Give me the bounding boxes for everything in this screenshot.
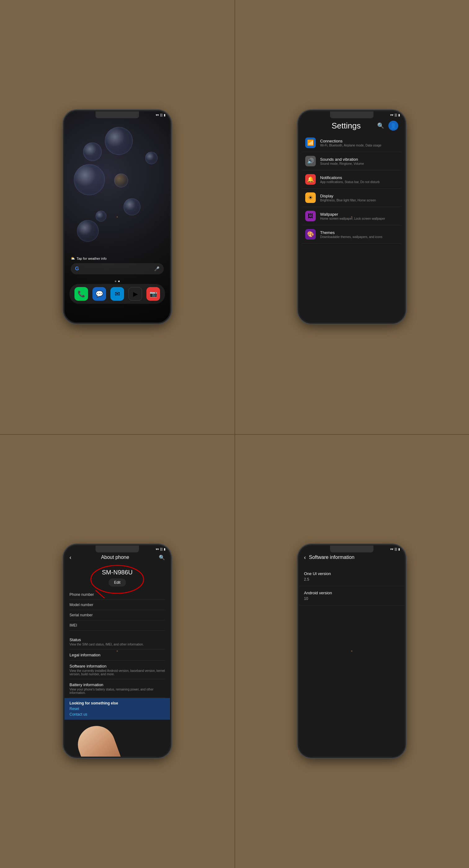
sw-info-list: One UI version 2.5 Android version 10 bbox=[299, 564, 404, 609]
imei-item[interactable]: IMEI bbox=[69, 620, 165, 630]
legal-section-item[interactable]: Legal information bbox=[69, 650, 165, 661]
connections-title: Connections bbox=[320, 139, 381, 143]
settings-item-wallpaper[interactable]: 🖼 Wallpaper Home screen wallpaper, Lock … bbox=[302, 207, 401, 225]
wallpaper-subtitle: Home screen wallpaper, Lock screen wallp… bbox=[320, 217, 385, 220]
about-page-title: About phone bbox=[101, 555, 129, 560]
dock-chat[interactable]: ✉ bbox=[110, 287, 124, 301]
search-icon-settings[interactable]: 🔍 bbox=[377, 122, 384, 129]
sounds-icon: 🔊 bbox=[305, 156, 316, 166]
wifi-icon-about: ▾▾ bbox=[156, 548, 159, 551]
phone-frame-about: ▾▾ ||| ▮ ‹ About phone 🔍 SM-N986U E bbox=[65, 546, 170, 756]
settings-item-connections[interactable]: 📶 Connections Wi-Fi, Bluetooth, Airplane… bbox=[302, 134, 401, 152]
bubble-2 bbox=[83, 143, 102, 161]
settings-item-notifications[interactable]: 🔔 Notifications App notifications, Statu… bbox=[302, 170, 401, 189]
battery-section-item[interactable]: Battery information View your phone's ba… bbox=[69, 679, 165, 698]
reset-link[interactable]: Reset bbox=[69, 707, 165, 711]
sounds-subtitle: Sound mode, Ringtone, Volume bbox=[320, 162, 364, 165]
battery-icon-settings: ▮ bbox=[398, 113, 400, 117]
quadrant-home: ▾▾ ||| ▮ ⛅ Tap for weather info bbox=[0, 0, 234, 434]
sw-back-button[interactable]: ‹ bbox=[304, 554, 306, 561]
signal-icon-settings: ||| bbox=[395, 113, 397, 117]
display-icon: ☀ bbox=[305, 192, 316, 203]
settings-item-display[interactable]: ☀ Display Brightness, Blue light filter,… bbox=[302, 189, 401, 207]
image-symbol-icon: 🖼 bbox=[308, 213, 313, 219]
legal-title: Legal information bbox=[69, 653, 165, 657]
home-screen: ▾▾ ||| ▮ ⛅ Tap for weather info bbox=[65, 112, 170, 322]
phone-tape-sw bbox=[330, 546, 373, 552]
wifi-symbol-icon: 📶 bbox=[307, 140, 314, 146]
messages-app-icon: 💬 bbox=[96, 290, 103, 298]
settings-item-sounds[interactable]: 🔊 Sounds and vibration Sound mode, Ringt… bbox=[302, 152, 401, 170]
bubble-4 bbox=[124, 198, 140, 215]
about-back-button[interactable]: ‹ bbox=[69, 554, 71, 561]
battery-icon-about: ▮ bbox=[164, 548, 166, 551]
themes-subtitle: Downloadable themes, wallpapers, and ico… bbox=[320, 235, 382, 239]
android-version-title: Android version bbox=[304, 591, 400, 595]
dot-2 bbox=[118, 281, 120, 282]
battery-subtitle: View your phone's battery status, remain… bbox=[69, 688, 165, 694]
bubble-7 bbox=[145, 152, 158, 164]
sw-info-screen: ▾▾ ||| ▮ ‹ Software information One UI v… bbox=[299, 546, 404, 756]
connections-subtitle: Wi-Fi, Bluetooth, Airplane mode, Data us… bbox=[320, 144, 381, 147]
profile-avatar-icon: 👤 bbox=[390, 123, 396, 129]
weather-icon: ⛅ bbox=[71, 256, 75, 260]
about-screen: ▾▾ ||| ▮ ‹ About phone 🔍 SM-N986U E bbox=[65, 546, 170, 756]
dock-camera[interactable]: 📷 bbox=[146, 287, 160, 301]
phone-app-icon: 📞 bbox=[77, 290, 85, 298]
serial-number-item[interactable]: Serial number bbox=[69, 610, 165, 620]
contact-us-link[interactable]: Contact us bbox=[69, 712, 165, 717]
chat-app-icon: ✉ bbox=[115, 290, 120, 298]
dock-messages[interactable]: 💬 bbox=[93, 287, 106, 301]
status-subtitle: View the SIM card status, IMEI, and othe… bbox=[69, 643, 165, 646]
software-section-item[interactable]: Software information View the currently … bbox=[69, 661, 165, 679]
looking-banner-title: Looking for something else bbox=[69, 701, 165, 705]
wifi-icon-home: ▾▾ bbox=[156, 113, 159, 117]
android-version-value: 10 bbox=[304, 596, 400, 601]
wallpaper-title: Wallpaper bbox=[320, 212, 385, 217]
red-circle-annotation bbox=[89, 564, 145, 598]
notifications-title: Notifications bbox=[320, 175, 380, 180]
notifications-icon: 🔔 bbox=[305, 174, 316, 185]
wallpaper-text: Wallpaper Home screen wallpaper, Lock sc… bbox=[320, 212, 385, 220]
mic-icon: 🎤 bbox=[154, 266, 160, 271]
software-info-title: Software information bbox=[69, 664, 165, 669]
status-section-item[interactable]: Status View the SIM card status, IMEI, a… bbox=[69, 634, 165, 650]
bubble-5 bbox=[96, 211, 106, 222]
settings-page-title: Settings bbox=[315, 121, 377, 131]
hand-finger bbox=[74, 725, 125, 756]
battery-icon-home: ▮ bbox=[164, 113, 166, 117]
sw-page-title: Software information bbox=[309, 555, 355, 560]
phone-tape-about bbox=[96, 546, 139, 552]
volume-symbol-icon: 🔊 bbox=[307, 158, 314, 164]
grid-divider-vertical bbox=[234, 0, 235, 868]
wifi-icon-settings: ▾▾ bbox=[390, 113, 393, 117]
connections-icon: 📶 bbox=[305, 137, 316, 148]
model-number-item[interactable]: Model number bbox=[69, 600, 165, 610]
battery-icon-sw: ▮ bbox=[398, 548, 400, 551]
phone-frame-settings: ▾▾ ||| ▮ Settings 🔍 👤 📶 bbox=[299, 112, 404, 322]
settings-menu-list: 📶 Connections Wi-Fi, Bluetooth, Airplane… bbox=[299, 134, 404, 244]
google-logo: G bbox=[75, 266, 79, 272]
profile-icon-settings[interactable]: 👤 bbox=[388, 121, 398, 131]
signal-icon-sw: ||| bbox=[395, 548, 397, 551]
signal-icon-about: ||| bbox=[160, 548, 163, 551]
about-search-button[interactable]: 🔍 bbox=[159, 555, 165, 560]
camera-app-icon: 📷 bbox=[149, 290, 157, 298]
quadrant-settings: ▾▾ ||| ▮ Settings 🔍 👤 📶 bbox=[234, 0, 469, 434]
bubble-1 bbox=[105, 127, 133, 155]
dock-play[interactable]: ▶ bbox=[128, 287, 142, 301]
sun-symbol-icon: ☀ bbox=[308, 194, 313, 201]
weather-widget[interactable]: ⛅ Tap for weather info bbox=[71, 256, 107, 260]
weather-text: Tap for weather info bbox=[77, 257, 107, 260]
one-ui-version-value: 2.5 bbox=[304, 577, 400, 582]
settings-item-themes[interactable]: 🎨 Themes Downloadable themes, wallpapers… bbox=[302, 225, 401, 244]
dock-phone[interactable]: 📞 bbox=[74, 287, 88, 301]
display-title: Display bbox=[320, 194, 376, 198]
connections-text: Connections Wi-Fi, Bluetooth, Airplane m… bbox=[320, 139, 381, 147]
google-search-bar[interactable]: G 🎤 bbox=[71, 263, 164, 274]
status-title: Status bbox=[69, 638, 165, 642]
display-text: Display Brightness, Blue light filter, H… bbox=[320, 194, 376, 202]
notifications-subtitle: App notifications, Status bar, Do not di… bbox=[320, 180, 380, 184]
about-sections-list: Status View the SIM card status, IMEI, a… bbox=[65, 630, 170, 698]
wallpaper-icon: 🖼 bbox=[305, 211, 316, 221]
